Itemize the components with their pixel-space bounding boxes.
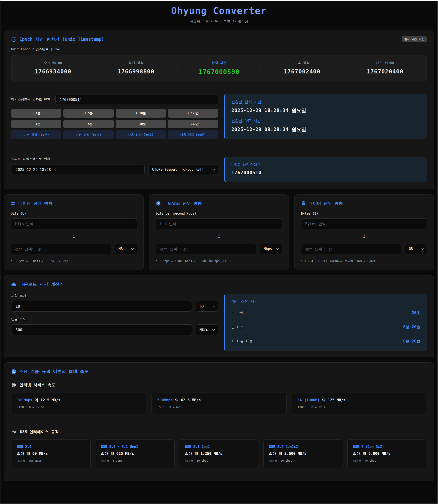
converted-value-input[interactable] bbox=[11, 244, 111, 254]
globe-icon bbox=[11, 383, 16, 387]
conversion-note: * 1,024 단위 기준 (바이너리 접두어: 1KB = 1,024B) bbox=[301, 259, 427, 263]
cloud-download-icon bbox=[11, 282, 17, 287]
timezone-select[interactable]: UTC+9 (Seoul, Tokyo, KST) bbox=[148, 164, 218, 175]
up-down-arrow-icon: ↕ bbox=[11, 234, 137, 239]
download-inputs: 파일 크기 GB 연결 속도 MB/s bbox=[11, 294, 218, 335]
gauge-icon bbox=[156, 201, 161, 206]
converted-local-label: 변환된 현지 시간 bbox=[231, 100, 420, 105]
internet-spec-card: 1G (1000M) 약 125 MB/s (1000 ÷ 8 = 125) bbox=[292, 393, 427, 414]
epoch-section-title: Epoch 시간 변환기 (Unix Timestamp) bbox=[20, 36, 104, 42]
date-to-ts-label: 날짜를 타임스탬프로 변환 bbox=[11, 157, 218, 161]
usb-spec-card: USB 2.0 최대 약 60 MB/s 대역폭: 480 Mbps bbox=[11, 440, 91, 468]
card-title: 데이터 단위 변환 bbox=[19, 201, 52, 206]
usb-spec-card: USB 3.2 Gen2x2 최대 약 2,500 MB/s 대역폭: 20 G… bbox=[263, 440, 343, 468]
date-to-ts-controls: 날짜를 타임스탬프로 변환 UTC+9 (Seoul, Tokyo, KST) bbox=[11, 157, 218, 175]
network-converter-card: 네트워크 단위 변환 bits per second (bps) ↕ Mbps … bbox=[149, 194, 289, 270]
timestamp-input[interactable] bbox=[55, 94, 218, 105]
conversion-note: * 1 Mbps = 1,000 Kbps = 1,000,000 bps 기준 bbox=[156, 259, 282, 263]
specs-section-title: 주요 기술 규격 이론적 최대 속도 bbox=[19, 369, 88, 375]
converted-time-panel: 변환된 현지 시간 2025-12-29 18:28:34 월요일 변환된 GM… bbox=[224, 94, 427, 139]
input-unit-label: bits per second (bps) bbox=[156, 212, 282, 215]
up-down-arrow-icon: ↕ bbox=[156, 234, 282, 239]
file-size-input[interactable] bbox=[11, 301, 192, 311]
next-hour-00sec-button[interactable]: 다음 정각 (00초) bbox=[116, 130, 166, 139]
download-calculator-section: 다운로드 시간 계산기 파일 크기 GB 연결 속도 MB/s bbox=[4, 275, 434, 357]
plus-1min-button[interactable]: + 1분 bbox=[11, 109, 61, 118]
strip-cell-tomorrow: 내일 00:00 1767020400 bbox=[343, 59, 427, 77]
plus-5min-button[interactable]: + 5분 bbox=[63, 109, 113, 118]
converted-value-input[interactable] bbox=[156, 244, 256, 254]
timezone-select-value: UTC+9 (Seoul, Tokyo, KST) bbox=[152, 167, 204, 172]
estimated-time-panel: 예상 소요 시간 초 단위 20초 분 + 초 0분 20초 시 + 분 + 초… bbox=[224, 294, 427, 351]
plus-10min-button[interactable]: + 10분 bbox=[116, 109, 166, 118]
strip-cell-next-hour: 다음 정각 1767002400 bbox=[260, 59, 343, 77]
unit-select[interactable]: MB bbox=[115, 244, 137, 254]
unit-converter-row: 데이터 단위 변환 bits (b) ↕ MB * 1 Byte = 8 bit… bbox=[4, 194, 434, 270]
chevron-down-icon bbox=[212, 305, 215, 307]
strip-cell-prev-hour: 직전 정각 1766998800 bbox=[95, 59, 178, 77]
unix-timestamp-value: 1767000514 bbox=[231, 170, 420, 175]
bytes-converter-card: 데이터 단위 변환 Bytes (B) ↕ GB * 1,024 단위 기준 (… bbox=[294, 194, 434, 270]
usb-spec-card: USB 3.0 / 3.1 Gen1 최대 약 625 MB/s 대역폭: 5 … bbox=[95, 440, 175, 468]
bytes-input[interactable] bbox=[301, 218, 427, 229]
usb-spec-grid: USB 2.0 최대 약 60 MB/s 대역폭: 480 Mbps USB 3… bbox=[11, 440, 427, 468]
speed-input[interactable] bbox=[11, 324, 192, 335]
minus-1hour-button[interactable]: - 1시간 bbox=[168, 120, 218, 128]
bits-input[interactable] bbox=[11, 218, 137, 229]
card-title: 네트워크 단위 변환 bbox=[164, 201, 202, 206]
speed-unit-select[interactable]: MB/s bbox=[196, 324, 218, 335]
chevron-down-icon bbox=[212, 168, 215, 171]
chevron-down-icon bbox=[276, 247, 279, 250]
converted-local-value: 2025-12-29 18:28:34 월요일 bbox=[231, 107, 420, 114]
tech-specs-section: 주요 기술 규격 이론적 최대 속도 인터넷 서비스 속도 100Mbps 약 … bbox=[4, 362, 434, 481]
dashed-divider bbox=[11, 475, 427, 475]
clock-icon bbox=[11, 37, 17, 42]
usb-spec-card: USB 3.1 Gen2 최대 약 1,250 MB/s 대역폭: 10 Gbp… bbox=[179, 440, 259, 468]
plus-1hour-button[interactable]: + 1시간 bbox=[168, 109, 218, 118]
next-hour-00min-button[interactable]: 다음 정각 (00분) bbox=[168, 130, 218, 139]
estimate-row-hr-min-sec: 시 + 분 + 초 0분 20초 bbox=[231, 334, 420, 346]
internet-spec-grid: 100Mbps 약 12.5 MB/s (100 ÷ 8 = 12.5) 500… bbox=[11, 393, 427, 414]
internet-speeds-subsection: 인터넷 서비스 속도 bbox=[11, 382, 427, 387]
minus-1min-button[interactable]: - 1분 bbox=[11, 120, 61, 128]
unit-select[interactable]: Mbps bbox=[260, 244, 282, 254]
chevron-down-icon bbox=[212, 328, 215, 331]
datetime-input[interactable] bbox=[11, 164, 145, 175]
timestamp-strip: 오늘 00:00 1766934000 직전 정각 1766998800 현재 … bbox=[11, 55, 427, 81]
converted-value-input[interactable] bbox=[301, 244, 401, 254]
up-down-arrow-icon: ↕ bbox=[301, 234, 427, 239]
conversion-note: * 1 Byte = 8 bits / 1,024 단위 기준 bbox=[11, 259, 137, 263]
converted-gmt-value: 2025-12-29 09:28:34 월요일 bbox=[231, 126, 420, 133]
bar-chart-icon bbox=[11, 369, 16, 374]
usb-specs-title: USB 인터페이스 규격 bbox=[20, 429, 59, 434]
ts-to-date-controls: 타임스탬프를 날짜로 변환 + 1분 + 5분 + 10분 + 1시간 - 1분… bbox=[11, 94, 218, 139]
unix-timestamp-label: UNIX 타임스탬프 bbox=[231, 162, 420, 167]
card-title: 데이터 단위 변환 bbox=[309, 201, 343, 206]
usb-specs-subsection: USB 인터페이스 규격 bbox=[11, 429, 427, 434]
timestamp-adjust-grid: + 1분 + 5분 + 10분 + 1시간 - 1분 - 5분 - 10분 - … bbox=[11, 109, 218, 139]
converted-gmt-label: 변환된 GMT 시간 bbox=[231, 119, 420, 124]
local-time-badge: 현지 시간 기준 bbox=[402, 36, 427, 42]
speed-label: 연결 속도 bbox=[11, 317, 218, 321]
bps-input[interactable] bbox=[156, 218, 282, 229]
hard-drive-icon bbox=[11, 201, 16, 206]
prev-hour-00min-button[interactable]: 이전 정각 (00분) bbox=[11, 130, 61, 139]
chevron-down-icon bbox=[422, 247, 424, 250]
internet-spec-card: 100Mbps 약 12.5 MB/s (100 ÷ 8 = 12.5) bbox=[11, 393, 146, 414]
usb-icon bbox=[11, 429, 17, 434]
chevron-down-icon bbox=[131, 247, 134, 250]
file-size-unit-select[interactable]: GB bbox=[196, 301, 218, 311]
page-header: Ohyung Converter 필요한 모든 변환 도구를 한 화면에 bbox=[0, 0, 438, 24]
unit-select-value: GB bbox=[409, 247, 413, 251]
epoch-converter-section: Epoch 시간 변환기 (Unix Timestamp) 현지 시간 기준 U… bbox=[4, 30, 434, 189]
unit-select-value: MB bbox=[119, 247, 123, 251]
minus-10min-button[interactable]: - 10분 bbox=[116, 120, 166, 128]
speed-unit-value: MB/s bbox=[199, 328, 208, 332]
internet-speeds-title: 인터넷 서비스 속도 bbox=[20, 382, 55, 387]
minus-5min-button[interactable]: - 5분 bbox=[63, 120, 113, 128]
file-size-label: 파일 크기 bbox=[11, 294, 218, 298]
unit-select[interactable]: GB bbox=[405, 244, 427, 254]
live-timestamp-label: Unix Epoch 타임스탬프 (Live) bbox=[11, 47, 427, 52]
prev-hour-00sec-button[interactable]: 이전 정각 (00초) bbox=[63, 130, 113, 139]
estimate-row-seconds: 초 단위 20초 bbox=[231, 306, 420, 320]
